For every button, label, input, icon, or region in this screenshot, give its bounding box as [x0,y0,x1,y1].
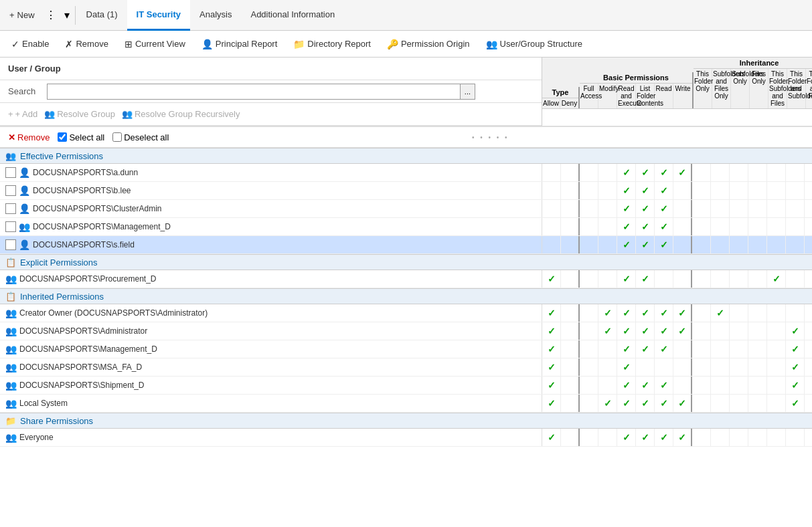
row-clusteradmin: 👤 DOCUSNAPSPORTS\ClusterAdmin ✓ ✓ ✓ [0,200,812,218]
allow-s-field [542,236,561,253]
row-left-clusteradmin: 👤 DOCUSNAPSPORTS\ClusterAdmin [0,200,542,217]
write-a-dunn: ✓ [673,164,692,181]
inherited-icon: 📋 [5,292,16,302]
write-clusteradmin [673,200,692,217]
row-management-d-eff: 👥 DOCUSNAPSPORTS\Management_D ✓ ✓ ✓ [0,218,812,236]
read-procurement-d [655,270,673,288]
deny-procurement-d [561,270,580,288]
checkbox-a-dunn[interactable] [5,167,16,178]
write-creator-owner: ✓ [673,304,692,322]
search-input[interactable] [48,86,460,96]
enable-button[interactable]: ✓ Enable [4,34,56,54]
col-modify: Modify [598,84,617,108]
write-everyone: ✓ [673,429,692,446]
readexec-management-d-inh: ✓ [617,340,636,358]
select-all-label[interactable]: Select all [58,132,104,142]
thisfolder-shipment-d [692,377,711,394]
col-allow: Allow [542,98,560,108]
full-a-dunn [580,164,598,181]
row-s-field: 👤 DOCUSNAPSPORTS\s.field ✓ ✓ ✓ [0,236,812,254]
name-procurement-d: DOCUSNAPSPORTS\Procurement_D [19,274,157,284]
write-local-system: ✓ [673,395,692,412]
group-icon-management-d-eff: 👥 [19,221,30,232]
deselect-all-checkbox[interactable] [112,132,122,142]
tab-itsecurity[interactable]: IT Security [127,0,190,31]
tab-additional[interactable]: Additional Information [241,0,344,31]
second-toolbar: ✓ Enable ✗ Remove ⊞ Current View 👤 Princ… [0,31,812,58]
thissub-msa-fa-d: ✓ [786,358,805,376]
current-view-button[interactable]: ⊞ Current View [117,34,193,54]
modify-creator-owner: ✓ [598,304,617,322]
readexec-shipment-d: ✓ [617,377,636,394]
tab-analysis[interactable]: Analysis [190,0,241,31]
row-shipment-d: 👥 DOCUSNAPSPORTS\Shipment_D ✓ ✓ ✓ ✓ [0,377,812,395]
modify-b-lee [598,182,617,199]
checkbox-clusteradmin[interactable] [5,203,16,214]
options-button[interactable]: ⋮ [42,6,60,24]
search-ellipsis-button[interactable]: ... [460,84,475,99]
col-this-folder-sub: This Folder and Subfolders [787,69,806,108]
filesonly-a-dunn [748,164,767,181]
principal-report-button[interactable]: 👤 Principal Report [194,34,285,54]
new-button[interactable]: + New [3,3,42,27]
add-button[interactable]: + + Add [8,109,37,119]
col-write: Write [673,84,692,108]
col-deny: Deny [560,98,578,108]
checkbox-s-field[interactable] [5,239,16,250]
top-toolbar: + New ⋮ ▾ Data (1) IT Security Analysis … [0,0,812,31]
read-everyone: ✓ [655,429,673,446]
directory-report-button[interactable]: 📁 Directory Report [286,34,378,54]
full-s-field [580,236,598,253]
thisfolder-local-system [692,395,711,412]
thissub-s-field [786,236,805,253]
readexec-msa-fa-d: ✓ [617,358,636,376]
thisfiles-creator-owner [805,304,812,322]
action-row: + + Add 👥 Resolve Group 👥 Resolve Group … [0,103,542,126]
row-b-lee: 👤 DOCUSNAPSPORTS\b.lee ✓ ✓ ✓ [0,182,812,200]
chevron-button[interactable]: ▾ [60,6,74,24]
modify-management-d-eff [598,218,617,235]
cells-everyone: ✓ ✓ ✓ ✓ ✓ [542,429,812,446]
deselect-all-label[interactable]: Deselect all [112,132,169,142]
filesonly-shipment-d [748,377,767,394]
filesonly-local-system [748,395,767,412]
write-b-lee [673,182,692,199]
effective-permissions-header: 👥 Effective Permissions [0,148,812,164]
resolve-group-button[interactable]: 👥 Resolve Group [44,109,115,119]
thissubfiles-shipment-d [767,377,786,394]
listfolder-b-lee: ✓ [636,182,655,199]
allow-procurement-d: ✓ [542,270,561,288]
read-creator-owner: ✓ [655,304,673,322]
subfiles-procurement-d [711,270,730,288]
deny-management-d-eff [561,218,580,235]
user-group-structure-button[interactable]: 👥 User/Group Structure [479,34,590,54]
thisfiles-local-system [805,395,812,412]
share-permissions-header: 📁 Share Permissions [0,413,812,429]
deny-everyone [561,429,580,446]
cells-management-d-inh: ✓ ✓ ✓ ✓ ✓ [542,340,812,358]
listfolder-administrator: ✓ [636,322,655,340]
col-read-execute: Read and Execute [617,84,636,108]
listfolder-shipment-d: ✓ [636,377,655,394]
remove-toolbar-button[interactable]: ✗ Remove [58,34,115,54]
name-s-field: DOCUSNAPSPORTS\s.field [33,240,135,249]
remove-button[interactable]: ✕ Remove [8,132,50,142]
select-all-checkbox[interactable] [58,132,67,142]
cells-msa-fa-d: ✓ ✓ ✓ [542,358,812,376]
row-creator-owner: 👥 Creator Owner (DOCUSNAPSPORTS\Administ… [0,304,812,322]
enable-icon: ✓ [11,39,19,49]
group-icon-creator-owner: 👥 [5,308,17,318]
tab-data[interactable]: Data (1) [77,0,127,31]
checkbox-management-d-eff[interactable] [5,221,16,232]
subfiles-local-system [711,395,730,412]
checkbox-b-lee[interactable] [5,185,16,196]
deny-management-d-inh [561,340,580,358]
thissub-a-dunn [786,164,805,181]
divider [75,6,76,25]
col-files-only: Files Only [750,69,768,108]
resolve-group-recursive-button[interactable]: 👥 Resolve Group Recursively [122,109,240,119]
basic-perms-header: Basic Permissions [580,72,692,84]
x-icon: ✕ [8,132,15,142]
permission-origin-button[interactable]: 🔑 Permission Origin [380,34,477,54]
explicit-permissions-header: 📋 Explicit Permissions [0,254,812,270]
